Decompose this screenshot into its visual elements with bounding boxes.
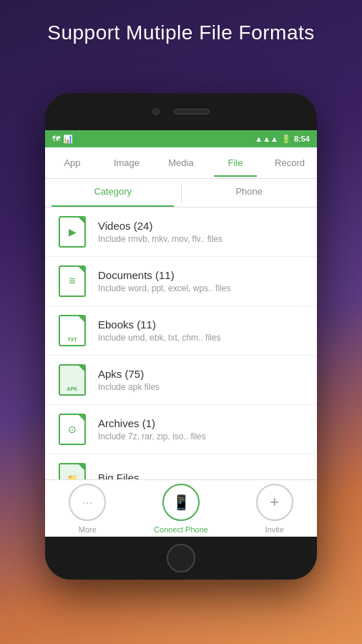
app-tabs: App Image Media File Record — [45, 147, 317, 179]
apk-label: APK — [67, 386, 78, 391]
file-icon-ebooks-wrapper: TXT — [57, 315, 88, 346]
status-right-info: ▲▲▲ 🔋 8:54 — [255, 135, 310, 144]
archive-icon: ⊙ — [68, 424, 77, 435]
file-info-apks: Apks (75) Include apk files — [98, 368, 305, 392]
subtab-phone[interactable]: Phone — [182, 179, 318, 207]
home-button[interactable] — [167, 544, 195, 572]
status-time: 8:54 — [294, 135, 310, 143]
doc-icon: ≡ — [69, 275, 75, 288]
more-label: More — [79, 525, 97, 534]
file-list: ▶ Videos (24) Include rmvb, mkv, mov, fl… — [45, 208, 317, 504]
status-icon-2: 📊 — [63, 135, 73, 144]
file-title-apks: Apks (75) — [98, 368, 305, 380]
status-icon-1: 🗺 — [52, 135, 60, 143]
nav-invite[interactable]: + Invite — [256, 484, 293, 534]
connect-phone-circle-icon: 📱 — [162, 484, 200, 521]
file-icon-archives: ⊙ — [59, 414, 86, 445]
list-item[interactable]: ≡ Documents (11) Include word, ppt, exce… — [45, 257, 317, 306]
bottom-nav: ··· More 📱 Connect Phone + Invite — [45, 479, 317, 537]
play-icon: ▶ — [69, 226, 77, 238]
file-icon-apks: APK — [59, 364, 86, 396]
invite-circle-icon: + — [256, 484, 293, 521]
list-item[interactable]: TXT Ebooks (11) Include umd, ebk, txt, c… — [45, 306, 317, 356]
front-camera — [152, 108, 160, 115]
file-title-archives: Archives (1) — [98, 417, 305, 429]
list-item[interactable]: ▶ Videos (24) Include rmvb, mkv, mov, fl… — [45, 208, 317, 257]
sub-tabs: Category Phone — [45, 179, 317, 208]
invite-label: Invite — [265, 525, 283, 534]
status-left-icons: 🗺 📊 — [52, 135, 73, 144]
tab-record[interactable]: Record — [263, 149, 317, 177]
more-dots-icon: ··· — [82, 497, 93, 508]
file-title-docs: Documents (11) — [98, 269, 305, 281]
file-icon-docs-wrapper: ≡ — [57, 265, 88, 297]
ebook-label: TXT — [67, 337, 77, 342]
phone-bottom-bezel — [45, 537, 317, 580]
phone-device: 🗺 📊 ▲▲▲ 🔋 8:54 App Image Media File Reco… — [45, 93, 317, 580]
file-info-videos: Videos (24) Include rmvb, mkv, mov, flv.… — [98, 220, 305, 244]
phone-screen: 🗺 📊 ▲▲▲ 🔋 8:54 App Image Media File Reco… — [45, 130, 317, 537]
file-desc-archives: Include 7z, rar, zip, iso.. files — [98, 431, 305, 441]
subtab-category[interactable]: Category — [45, 179, 181, 207]
file-desc-docs: Include word, ppt, excel, wps.. files — [98, 283, 305, 293]
list-item[interactable]: APK Apks (75) Include apk files — [45, 356, 317, 405]
file-info-archives: Archives (1) Include 7z, rar, zip, iso..… — [98, 417, 305, 441]
battery-icon: 🔋 — [281, 135, 291, 144]
list-item[interactable]: ⊙ Archives (1) Include 7z, rar, zip, iso… — [45, 405, 317, 454]
file-icon-archives-wrapper: ⊙ — [57, 414, 88, 445]
file-desc-videos: Include rmvb, mkv, mov, flv.. files — [98, 234, 305, 244]
file-info-docs: Documents (11) Include word, ppt, excel,… — [98, 269, 305, 293]
file-desc-apks: Include apk files — [98, 382, 305, 392]
invite-plus-icon: + — [270, 493, 279, 512]
wifi-icon: ▲▲▲ — [255, 135, 278, 143]
tab-media[interactable]: Media — [154, 149, 208, 177]
tab-file[interactable]: File — [208, 149, 263, 177]
file-desc-ebooks: Include umd, ebk, txt, chm.. files — [98, 333, 305, 343]
file-title-videos: Videos (24) — [98, 220, 305, 232]
connect-phone-label: Connect Phone — [154, 525, 208, 534]
tab-app[interactable]: App — [45, 149, 99, 177]
file-icon-ebooks: TXT — [59, 315, 86, 346]
headline: Support Mutiple File Formats — [0, 20, 362, 46]
more-circle-icon: ··· — [69, 484, 106, 521]
file-title-ebooks: Ebooks (11) — [98, 318, 305, 331]
nav-connect-phone[interactable]: 📱 Connect Phone — [154, 484, 208, 534]
file-icon-videos: ▶ — [59, 216, 86, 248]
phone-speaker — [174, 109, 210, 114]
file-icon-videos-wrapper: ▶ — [57, 216, 88, 248]
file-icon-docs: ≡ — [59, 265, 86, 297]
tab-image[interactable]: Image — [99, 149, 154, 177]
connect-phone-icon: 📱 — [172, 494, 190, 511]
status-bar: 🗺 📊 ▲▲▲ 🔋 8:54 — [45, 130, 317, 147]
phone-top-bezel — [45, 93, 317, 130]
file-info-ebooks: Ebooks (11) Include umd, ebk, txt, chm..… — [98, 318, 305, 343]
file-icon-apks-wrapper: APK — [57, 364, 88, 396]
nav-more[interactable]: ··· More — [69, 484, 106, 534]
